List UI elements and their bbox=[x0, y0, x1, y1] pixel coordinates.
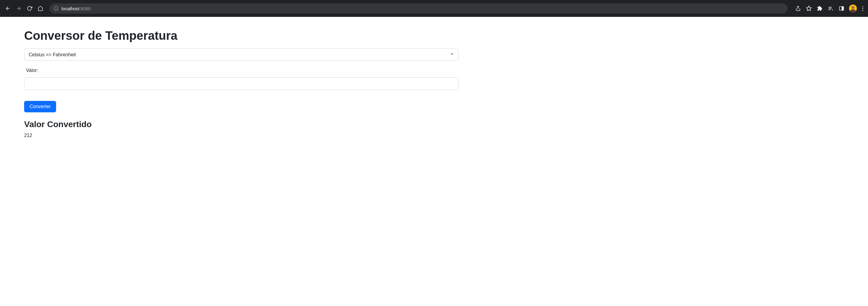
share-icon[interactable] bbox=[795, 5, 801, 12]
conversion-type-select[interactable]: Celsius => Fahrenheit bbox=[24, 48, 459, 61]
convert-button[interactable]: Converter bbox=[24, 101, 56, 112]
address-bar[interactable]: localhost:8080 bbox=[50, 3, 787, 13]
menu-kebab-icon[interactable] bbox=[861, 5, 864, 12]
svg-point-14 bbox=[850, 9, 856, 12]
bookmark-star-icon[interactable] bbox=[806, 5, 812, 12]
value-label: Valor: bbox=[24, 68, 459, 73]
profile-avatar[interactable] bbox=[849, 4, 857, 12]
page-title: Conversor de Temperatura bbox=[24, 29, 459, 42]
back-button[interactable] bbox=[4, 4, 12, 13]
site-info-icon[interactable] bbox=[54, 6, 59, 11]
side-panel-icon[interactable] bbox=[838, 5, 845, 12]
svg-rect-12 bbox=[842, 7, 843, 10]
value-input[interactable] bbox=[24, 77, 459, 90]
media-controls-icon[interactable] bbox=[827, 5, 834, 12]
result-heading: Valor Convertido bbox=[24, 120, 459, 129]
page-content: Conversor de Temperatura Celsius => Fahr… bbox=[0, 17, 483, 150]
forward-button[interactable] bbox=[14, 4, 23, 13]
browser-toolbar: localhost:8080 bbox=[0, 0, 868, 17]
home-button[interactable] bbox=[36, 4, 44, 13]
reload-button[interactable] bbox=[25, 4, 34, 13]
svg-marker-6 bbox=[806, 6, 812, 11]
extensions-icon[interactable] bbox=[816, 5, 823, 12]
url-text: localhost:8080 bbox=[62, 6, 91, 11]
svg-point-13 bbox=[851, 6, 855, 9]
result-value: 212 bbox=[24, 133, 459, 138]
conversion-select-wrap: Celsius => Fahrenheit bbox=[24, 48, 459, 61]
toolbar-right bbox=[792, 4, 864, 12]
